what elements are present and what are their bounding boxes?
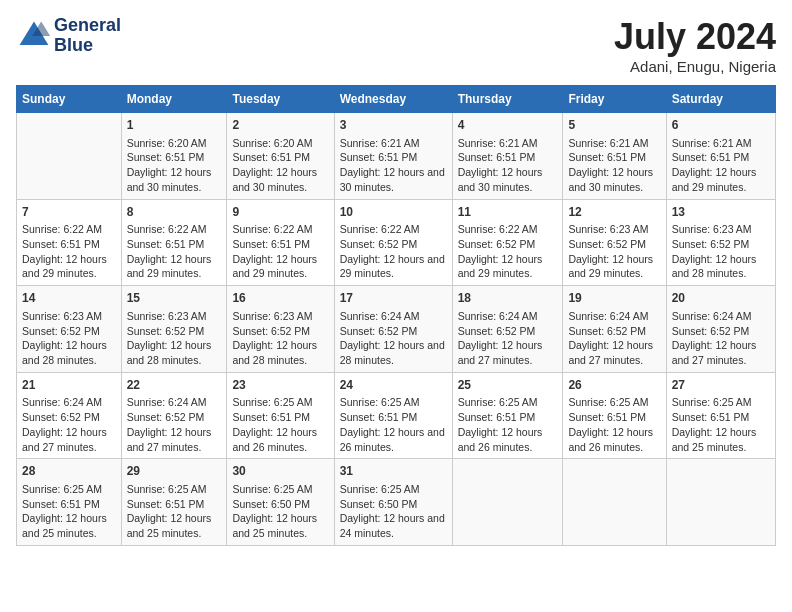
cell-info: Sunrise: 6:21 AMSunset: 6:51 PMDaylight:… <box>672 136 770 195</box>
cell-info: Sunrise: 6:24 AMSunset: 6:52 PMDaylight:… <box>22 395 116 454</box>
day-number: 26 <box>568 377 660 394</box>
calendar-cell: 2Sunrise: 6:20 AMSunset: 6:51 PMDaylight… <box>227 113 334 200</box>
day-number: 22 <box>127 377 222 394</box>
day-number: 23 <box>232 377 328 394</box>
day-number: 16 <box>232 290 328 307</box>
calendar-cell: 14Sunrise: 6:23 AMSunset: 6:52 PMDayligh… <box>17 286 122 373</box>
title-block: July 2024 Adani, Enugu, Nigeria <box>614 16 776 75</box>
calendar-cell: 10Sunrise: 6:22 AMSunset: 6:52 PMDayligh… <box>334 199 452 286</box>
cell-info: Sunrise: 6:23 AMSunset: 6:52 PMDaylight:… <box>232 309 328 368</box>
calendar-cell: 26Sunrise: 6:25 AMSunset: 6:51 PMDayligh… <box>563 372 666 459</box>
calendar-cell: 6Sunrise: 6:21 AMSunset: 6:51 PMDaylight… <box>666 113 775 200</box>
cell-info: Sunrise: 6:24 AMSunset: 6:52 PMDaylight:… <box>458 309 558 368</box>
calendar-cell: 13Sunrise: 6:23 AMSunset: 6:52 PMDayligh… <box>666 199 775 286</box>
cell-info: Sunrise: 6:21 AMSunset: 6:51 PMDaylight:… <box>568 136 660 195</box>
cell-info: Sunrise: 6:23 AMSunset: 6:52 PMDaylight:… <box>568 222 660 281</box>
cell-info: Sunrise: 6:25 AMSunset: 6:51 PMDaylight:… <box>458 395 558 454</box>
day-number: 19 <box>568 290 660 307</box>
cell-info: Sunrise: 6:25 AMSunset: 6:51 PMDaylight:… <box>340 395 447 454</box>
day-number: 30 <box>232 463 328 480</box>
calendar-cell: 19Sunrise: 6:24 AMSunset: 6:52 PMDayligh… <box>563 286 666 373</box>
day-number: 6 <box>672 117 770 134</box>
calendar-cell: 31Sunrise: 6:25 AMSunset: 6:50 PMDayligh… <box>334 459 452 546</box>
calendar-week-row: 14Sunrise: 6:23 AMSunset: 6:52 PMDayligh… <box>17 286 776 373</box>
weekday-header: Saturday <box>666 86 775 113</box>
weekday-header: Thursday <box>452 86 563 113</box>
location: Adani, Enugu, Nigeria <box>614 58 776 75</box>
calendar-cell: 23Sunrise: 6:25 AMSunset: 6:51 PMDayligh… <box>227 372 334 459</box>
month-title: July 2024 <box>614 16 776 58</box>
cell-info: Sunrise: 6:22 AMSunset: 6:52 PMDaylight:… <box>340 222 447 281</box>
cell-info: Sunrise: 6:23 AMSunset: 6:52 PMDaylight:… <box>672 222 770 281</box>
day-number: 8 <box>127 204 222 221</box>
calendar-cell: 18Sunrise: 6:24 AMSunset: 6:52 PMDayligh… <box>452 286 563 373</box>
logo: General Blue <box>16 16 121 56</box>
day-number: 5 <box>568 117 660 134</box>
calendar-cell: 4Sunrise: 6:21 AMSunset: 6:51 PMDaylight… <box>452 113 563 200</box>
weekday-header: Tuesday <box>227 86 334 113</box>
day-number: 12 <box>568 204 660 221</box>
day-number: 3 <box>340 117 447 134</box>
calendar-cell <box>17 113 122 200</box>
cell-info: Sunrise: 6:24 AMSunset: 6:52 PMDaylight:… <box>127 395 222 454</box>
cell-info: Sunrise: 6:25 AMSunset: 6:51 PMDaylight:… <box>22 482 116 541</box>
day-number: 21 <box>22 377 116 394</box>
weekday-header: Monday <box>121 86 227 113</box>
cell-info: Sunrise: 6:23 AMSunset: 6:52 PMDaylight:… <box>22 309 116 368</box>
calendar-cell: 25Sunrise: 6:25 AMSunset: 6:51 PMDayligh… <box>452 372 563 459</box>
day-number: 17 <box>340 290 447 307</box>
calendar-cell: 28Sunrise: 6:25 AMSunset: 6:51 PMDayligh… <box>17 459 122 546</box>
day-number: 20 <box>672 290 770 307</box>
cell-info: Sunrise: 6:23 AMSunset: 6:52 PMDaylight:… <box>127 309 222 368</box>
calendar-cell: 20Sunrise: 6:24 AMSunset: 6:52 PMDayligh… <box>666 286 775 373</box>
weekday-header-row: SundayMondayTuesdayWednesdayThursdayFrid… <box>17 86 776 113</box>
day-number: 31 <box>340 463 447 480</box>
calendar-cell <box>452 459 563 546</box>
day-number: 24 <box>340 377 447 394</box>
calendar-week-row: 28Sunrise: 6:25 AMSunset: 6:51 PMDayligh… <box>17 459 776 546</box>
calendar-cell <box>666 459 775 546</box>
calendar-week-row: 1Sunrise: 6:20 AMSunset: 6:51 PMDaylight… <box>17 113 776 200</box>
day-number: 11 <box>458 204 558 221</box>
day-number: 25 <box>458 377 558 394</box>
cell-info: Sunrise: 6:24 AMSunset: 6:52 PMDaylight:… <box>568 309 660 368</box>
cell-info: Sunrise: 6:22 AMSunset: 6:51 PMDaylight:… <box>22 222 116 281</box>
calendar-cell: 11Sunrise: 6:22 AMSunset: 6:52 PMDayligh… <box>452 199 563 286</box>
cell-info: Sunrise: 6:24 AMSunset: 6:52 PMDaylight:… <box>340 309 447 368</box>
day-number: 14 <box>22 290 116 307</box>
day-number: 15 <box>127 290 222 307</box>
calendar-cell: 16Sunrise: 6:23 AMSunset: 6:52 PMDayligh… <box>227 286 334 373</box>
day-number: 13 <box>672 204 770 221</box>
weekday-header: Friday <box>563 86 666 113</box>
day-number: 27 <box>672 377 770 394</box>
cell-info: Sunrise: 6:20 AMSunset: 6:51 PMDaylight:… <box>232 136 328 195</box>
day-number: 18 <box>458 290 558 307</box>
day-number: 10 <box>340 204 447 221</box>
cell-info: Sunrise: 6:25 AMSunset: 6:50 PMDaylight:… <box>340 482 447 541</box>
calendar-cell: 17Sunrise: 6:24 AMSunset: 6:52 PMDayligh… <box>334 286 452 373</box>
calendar-cell <box>563 459 666 546</box>
cell-info: Sunrise: 6:25 AMSunset: 6:51 PMDaylight:… <box>568 395 660 454</box>
cell-info: Sunrise: 6:24 AMSunset: 6:52 PMDaylight:… <box>672 309 770 368</box>
weekday-header: Sunday <box>17 86 122 113</box>
page-header: General Blue July 2024 Adani, Enugu, Nig… <box>16 16 776 75</box>
calendar-cell: 24Sunrise: 6:25 AMSunset: 6:51 PMDayligh… <box>334 372 452 459</box>
cell-info: Sunrise: 6:22 AMSunset: 6:51 PMDaylight:… <box>232 222 328 281</box>
calendar-cell: 12Sunrise: 6:23 AMSunset: 6:52 PMDayligh… <box>563 199 666 286</box>
weekday-header: Wednesday <box>334 86 452 113</box>
cell-info: Sunrise: 6:25 AMSunset: 6:51 PMDaylight:… <box>672 395 770 454</box>
calendar-cell: 9Sunrise: 6:22 AMSunset: 6:51 PMDaylight… <box>227 199 334 286</box>
day-number: 4 <box>458 117 558 134</box>
day-number: 2 <box>232 117 328 134</box>
logo-line1: General <box>54 16 121 36</box>
day-number: 29 <box>127 463 222 480</box>
cell-info: Sunrise: 6:25 AMSunset: 6:51 PMDaylight:… <box>232 395 328 454</box>
calendar-cell: 8Sunrise: 6:22 AMSunset: 6:51 PMDaylight… <box>121 199 227 286</box>
calendar-cell: 15Sunrise: 6:23 AMSunset: 6:52 PMDayligh… <box>121 286 227 373</box>
calendar-table: SundayMondayTuesdayWednesdayThursdayFrid… <box>16 85 776 546</box>
cell-info: Sunrise: 6:21 AMSunset: 6:51 PMDaylight:… <box>340 136 447 195</box>
calendar-cell: 21Sunrise: 6:24 AMSunset: 6:52 PMDayligh… <box>17 372 122 459</box>
cell-info: Sunrise: 6:25 AMSunset: 6:50 PMDaylight:… <box>232 482 328 541</box>
cell-info: Sunrise: 6:20 AMSunset: 6:51 PMDaylight:… <box>127 136 222 195</box>
calendar-cell: 29Sunrise: 6:25 AMSunset: 6:51 PMDayligh… <box>121 459 227 546</box>
